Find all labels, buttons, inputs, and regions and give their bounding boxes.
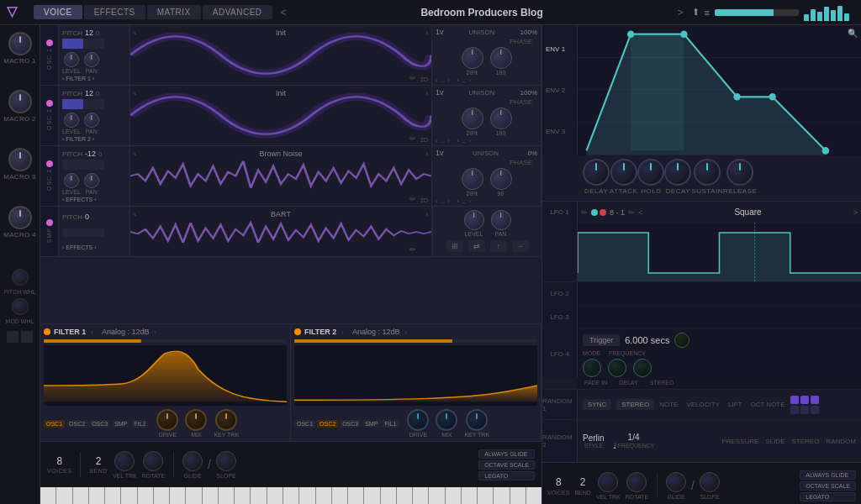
osc2-pitch-slider[interactable] [62,99,104,109]
trigger-delay-knob[interactable] [608,359,626,377]
veltrk-bottom-knob[interactable] [598,472,618,492]
env-decay-group[interactable]: DECAY [664,159,691,197]
osc2-pan-knob[interactable] [84,113,99,128]
slope-bottom[interactable]: SLOPE [700,472,720,500]
filter1-cutoff-slider[interactable] [44,339,287,343]
filter2-cutoff-slider[interactable] [294,339,537,343]
piano-key[interactable] [186,487,202,504]
piano-key[interactable] [429,487,445,504]
lfo1-dot2[interactable] [600,209,606,216]
piano-key[interactable] [526,487,541,504]
filter2-nav-r[interactable]: › [404,328,409,336]
env-sustain-group[interactable]: SUSTAIN [691,159,723,197]
filter1-drive-knob[interactable] [156,409,178,431]
smp-edit-icon[interactable]: ✏ [409,245,416,254]
piano-key[interactable] [235,487,251,504]
osc1-edit-icon[interactable]: ✏ [409,74,416,82]
smp-pitch-slider[interactable] [62,228,104,237]
osc3-pitch-slider[interactable] [62,160,104,170]
piano-key[interactable] [462,487,478,504]
osc3-phase-knob[interactable] [490,168,512,190]
piano-key[interactable] [348,487,364,504]
trigger-fadein-knob[interactable] [583,359,601,377]
filter1-osc3-btn[interactable]: OSC3 [89,420,110,428]
osc2-filter-nav-l[interactable]: ‹ [62,136,64,142]
piano-key[interactable] [364,487,380,504]
smp-grid-btn[interactable]: ⊞ [446,240,463,252]
env-delay-group[interactable]: DELAY [583,159,610,197]
slope-bottom-knob[interactable] [700,472,720,492]
smp-waveform[interactable]: ‹ BART › ✏ [130,207,432,256]
macro2-knob[interactable]: MACRO 2 [3,90,36,123]
piano-key[interactable] [397,487,413,504]
macro3-knob[interactable]: MACRO 3 [3,148,36,181]
octave-scale-right-btn[interactable]: OCTAVE SCALE [800,481,856,491]
osc2-unison-knob[interactable] [462,108,483,129]
veltrk-group[interactable]: VEL TRK [113,451,137,479]
filter2-osc2-btn[interactable]: OSC2 [317,420,338,428]
filter2-osc3-btn[interactable]: OSC3 [340,420,361,428]
piano-key[interactable] [478,487,494,504]
osc2-power[interactable] [46,100,53,107]
glide-group[interactable]: GLIDE [182,451,203,479]
random1-grid-dot[interactable] [811,406,819,414]
midi-btn2[interactable] [21,331,33,343]
octave-scale-btn[interactable]: OCTAVE SCALE [478,460,535,470]
random1-sync-btn[interactable]: SYNC [583,399,611,410]
share-icon[interactable]: ⬆ [692,7,700,18]
lfo1-waveform[interactable] [578,223,861,281]
osc3-level-knob[interactable] [64,173,79,188]
menu-icon[interactable]: ≡ [705,8,710,18]
lfo3-display[interactable] [578,306,861,328]
filter2-smp-btn[interactable]: SMP [362,420,380,428]
piano-keyboard[interactable] [40,487,541,504]
random1-grid-dot[interactable] [800,396,809,404]
osc1-power[interactable] [46,39,53,46]
osc3-power[interactable] [46,160,53,167]
random1-grid-dot[interactable] [790,406,799,414]
filter1-nav-l[interactable]: ‹ [89,328,95,336]
filter1-power[interactable] [44,328,50,335]
veltrk-bottom[interactable]: VEL TRK [596,472,621,500]
piano-key[interactable] [267,487,283,504]
env2-item[interactable]: ENV 2 [542,87,577,94]
filter2-display[interactable] [294,345,537,406]
prev-preset-arrow[interactable]: < [277,7,290,18]
lfo1-pencil1[interactable]: ✏ [581,208,588,217]
filter2-drive-knob[interactable] [407,409,429,431]
smp-level-knob[interactable] [464,210,484,230]
always-glide-btn[interactable]: ALWAYS GLIDE [478,449,535,459]
filter2-nav-l[interactable]: ‹ [340,328,346,336]
filter2-osc1-btn[interactable]: OSC1 [294,420,315,428]
filter1-osc1-btn[interactable]: OSC1 [44,420,65,428]
filter1-nav-r[interactable]: › [153,328,159,336]
filter1-display[interactable] [44,345,287,406]
glide-knob[interactable] [182,451,203,471]
osc1-uni-nav-r[interactable]: › [447,77,449,83]
piano-key[interactable] [510,487,526,504]
lfo1-nav-l[interactable]: < [638,208,642,217]
smp-power[interactable] [46,219,53,226]
piano-key[interactable] [203,487,219,504]
piano-key[interactable] [219,487,235,504]
piano-key[interactable] [138,487,154,504]
filter2-fil1-btn[interactable]: FIL1 [382,420,399,428]
piano-key[interactable] [283,487,299,504]
next-preset-arrow[interactable]: > [674,7,687,18]
osc1-uni-nav-l[interactable]: ‹ [436,77,437,83]
osc2-edit-icon[interactable]: ✏ [409,134,416,143]
piano-key[interactable] [105,487,121,504]
random1-grid-dot[interactable] [811,396,819,404]
rotate-group[interactable]: ROTATE [142,451,165,479]
filter1-fil2-btn[interactable]: FIL2 [131,420,148,428]
osc1-level-knob[interactable] [64,52,79,67]
legato-right-btn[interactable]: LEGATO [800,492,856,501]
rotate-bottom[interactable]: ROTATE [626,472,648,500]
piano-key[interactable] [494,487,510,504]
piano-key[interactable] [89,487,105,504]
env-attack-knob[interactable] [610,159,637,186]
env1-item[interactable]: ENV 1 [542,45,577,53]
piano-key[interactable] [446,487,462,504]
lfo1-pencil2[interactable]: ✏ [628,208,635,217]
lfo1-nav-r[interactable]: > [853,208,858,217]
